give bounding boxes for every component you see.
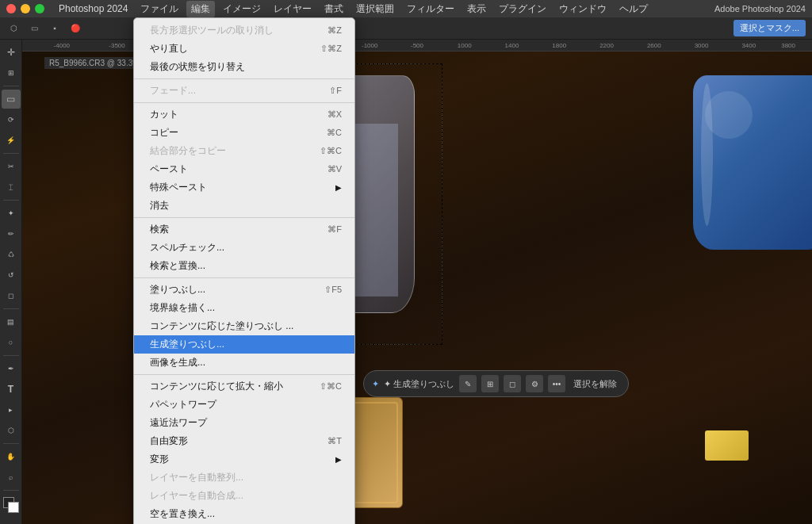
tool-options-icon4: 🔴 [67, 20, 84, 37]
gen-fill-pencil-button[interactable]: ✎ [459, 375, 477, 392]
menu-sep3 [134, 217, 354, 218]
menubar-item-layer[interactable]: レイヤー [269, 1, 316, 17]
menu-item-auto-align[interactable]: レイヤーを自動整列... [134, 469, 354, 487]
options-bar: ⬡ ▭ ▪ 🔴 選択とマスク... [0, 17, 812, 40]
menu-item-redo[interactable]: やり直し ⇧⌘Z [134, 40, 354, 58]
gen-fill-square-button[interactable]: ◻ [504, 375, 521, 392]
menu-item-paste[interactable]: ペースト ⌘V [134, 160, 354, 178]
menu-sep2 [134, 102, 354, 103]
menu-item-copy[interactable]: コピー ⌘C [134, 124, 354, 142]
menu-item-perspective-warp[interactable]: 遠近法ワープ [134, 414, 354, 432]
mug-container [653, 52, 812, 273]
menu-item-content-fill[interactable]: コンテンツに応じた塗りつぶし ... [134, 317, 354, 335]
menu-item-cut[interactable]: カット ⌘X [134, 105, 354, 124]
tool-history[interactable]: ↺ [2, 266, 21, 285]
background-color[interactable] [8, 502, 19, 513]
ruler-tick: -500 [411, 42, 423, 49]
tool-hand[interactable]: ✋ [2, 447, 21, 466]
toolbar-separator [3, 86, 19, 86]
tool-dodge[interactable]: ○ [2, 333, 21, 352]
menu-sep4 [134, 277, 354, 278]
menubar-item-format[interactable]: 書式 [320, 1, 348, 17]
close-button[interactable] [6, 4, 16, 13]
menu-item-fade[interactable]: フェード... ⇧F [134, 82, 354, 100]
menubar-item-select[interactable]: 選択範囲 [351, 1, 399, 17]
tool-artboard[interactable]: ⊞ [2, 63, 21, 82]
menubar-item-edit[interactable]: 編集 [186, 1, 215, 17]
tool-brush[interactable]: ✏ [2, 224, 21, 243]
menu-item-content-scale[interactable]: コンテンツに応じて拡大・縮小 ⇧⌘C [134, 377, 354, 396]
gen-fill-label[interactable]: ✦ 生成塗りつぶし [384, 378, 454, 390]
menubar-item-image[interactable]: イメージ [218, 1, 266, 17]
tool-path-select[interactable]: ▸ [2, 400, 21, 419]
tool-options-icon3: ▪ [46, 20, 63, 37]
menubar-item-photoshop[interactable]: Photoshop 2024 [54, 2, 132, 16]
menu-item-toggle-state[interactable]: 最後の状態を切り替え [134, 58, 354, 76]
menu-item-auto-blend[interactable]: レイヤーを自動合成... [134, 487, 354, 505]
butter [705, 430, 749, 461]
menubar: Photoshop 2024 ファイル 編集 イメージ レイヤー 書式 選択範囲… [0, 0, 812, 17]
generative-fill-bar: ✦ ✦ 生成塗りつぶし ✎ ⊞ ◻ ⚙ ••• 選択を解除 [363, 370, 629, 397]
main-area: ✛ ⊞ ▭ ⟳ ⚡ ✂ ⌶ ✦ ✏ ♺ ↺ ◻ ▤ ○ ✒ T ▸ ⬡ ✋ ⌕ [0, 40, 812, 524]
ruler-tick: 1000 [458, 42, 472, 49]
gen-fill-more-button[interactable]: ••• [548, 375, 565, 392]
tool-pen[interactable]: ✒ [2, 359, 21, 378]
ruler-tick: -1000 [362, 42, 377, 49]
ruler-tick: -4000 [54, 42, 70, 49]
tool-options-icon1: ⬡ [5, 20, 22, 37]
menubar-item-window[interactable]: ウィンドウ [554, 1, 611, 17]
menubar-item-filter[interactable]: フィルター [402, 1, 459, 17]
tool-quick-select[interactable]: ⚡ [2, 131, 21, 150]
menu-sep1 [134, 78, 354, 79]
menubar-item-help[interactable]: ヘルプ [615, 1, 653, 17]
menu-item-fill[interactable]: 塗りつぶし... ⇧F5 [134, 281, 354, 299]
menubar-item-plugins[interactable]: プラグイン [494, 1, 551, 17]
menu-item-gen-image[interactable]: 画像を生成... [134, 354, 354, 372]
left-toolbar: ✛ ⊞ ▭ ⟳ ⚡ ✂ ⌶ ✦ ✏ ♺ ↺ ◻ ▤ ○ ✒ T ▸ ⬡ ✋ ⌕ [0, 40, 22, 524]
deselect-button[interactable]: 選択を解除 [570, 378, 620, 390]
tool-crop[interactable]: ✂ [2, 157, 21, 176]
menu-sep5 [134, 374, 354, 375]
tool-zoom[interactable]: ⌕ [2, 468, 21, 487]
mug [693, 75, 812, 250]
tool-eyedropper[interactable]: ⌶ [2, 178, 21, 197]
menu-item-puppet-warp[interactable]: パペットワープ [134, 396, 354, 414]
tool-clone[interactable]: ♺ [2, 245, 21, 264]
tool-select-rect[interactable]: ▭ [2, 90, 21, 109]
menubar-item-file[interactable]: ファイル [136, 1, 183, 17]
tool-type[interactable]: T [2, 380, 21, 399]
menu-item-paste-special[interactable]: 特殊ペースト ▶ [134, 178, 354, 197]
menubar-item-view[interactable]: 表示 [462, 1, 491, 17]
toolbar-separator4 [3, 308, 19, 309]
gen-fill-grid-button[interactable]: ⊞ [481, 375, 499, 392]
menu-item-search[interactable]: 検索 ⌘F [134, 220, 354, 239]
ruler-tick: 1800 [552, 42, 566, 49]
select-and-mask-button[interactable]: 選択とマスク... [733, 20, 806, 36]
menu-item-sky-replace[interactable]: 空を置き換え... [134, 505, 354, 523]
gen-fill-spark-icon: ✦ [372, 379, 379, 389]
gen-fill-adjust-button[interactable]: ⚙ [526, 375, 543, 392]
toolbar-separator2 [3, 153, 19, 154]
maximize-button[interactable] [35, 4, 44, 13]
ruler-tick: 3800 [781, 42, 795, 49]
menu-item-free-transform[interactable]: 自由変形 ⌘T [134, 432, 354, 450]
tool-shape[interactable]: ⬡ [2, 421, 21, 440]
toolbar-separator6 [3, 443, 19, 444]
tool-heal[interactable]: ✦ [2, 204, 21, 223]
traffic-lights [6, 4, 44, 13]
tool-eraser[interactable]: ◻ [2, 286, 21, 305]
menu-item-gen-fill[interactable]: 生成塗りつぶし... [134, 335, 354, 354]
ruler-tick: 1400 [505, 42, 519, 49]
tool-lasso[interactable]: ⟳ [2, 110, 21, 129]
menu-item-transform[interactable]: 変形 ▶ [134, 450, 354, 469]
tool-gradient[interactable]: ▤ [2, 312, 21, 331]
menu-item-clear[interactable]: 消去 [134, 197, 354, 215]
menu-item-spell-check[interactable]: スペルチェック... [134, 239, 354, 257]
menu-item-stroke[interactable]: 境界線を描く... [134, 299, 354, 317]
menu-item-copy-merged[interactable]: 結合部分をコピー ⇧⌘C [134, 142, 354, 160]
minimize-button[interactable] [21, 4, 30, 13]
menu-item-find-replace[interactable]: 検索と置換... [134, 257, 354, 275]
tool-move[interactable]: ✛ [2, 43, 21, 62]
menu-item-undo[interactable]: 長方形選択ツールの取り消し ⌘Z [134, 21, 354, 40]
color-swatch[interactable] [3, 497, 19, 513]
